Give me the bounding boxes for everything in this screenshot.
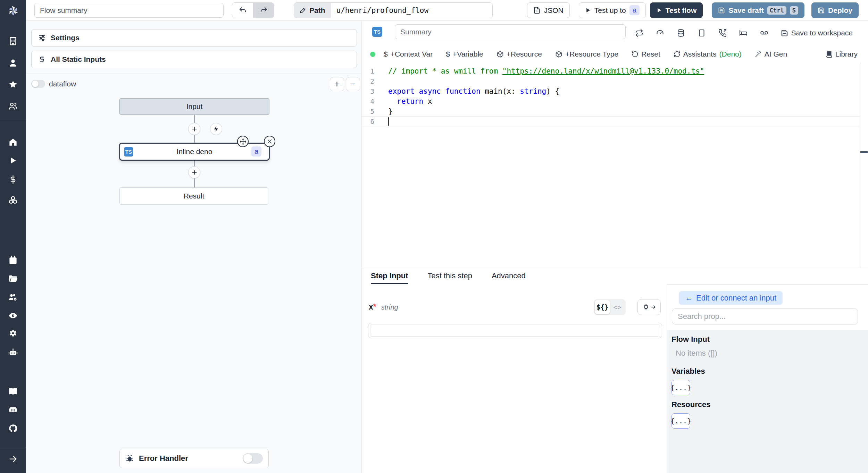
all-static-inputs-button[interactable]: All Static Inputs (31, 51, 357, 68)
flow-summary-input[interactable] (34, 3, 224, 18)
bug-icon (125, 454, 134, 463)
assistants-button[interactable]: Assistants (Deno) (674, 50, 742, 58)
add-resource-type-button[interactable]: +Resource Type (555, 50, 618, 58)
sliders-icon (38, 34, 46, 42)
trigger-zap-button[interactable] (210, 123, 222, 135)
resources-expand-button[interactable]: {...} (671, 413, 690, 429)
arrow-right-icon[interactable] (8, 454, 18, 464)
workers-icon[interactable] (8, 293, 18, 302)
database-icon[interactable] (677, 29, 685, 37)
edit-or-connect-button[interactable]: ← Edit or connect an input (679, 291, 783, 305)
save-draft-label: Save draft (728, 6, 764, 15)
save-icon (718, 7, 725, 14)
home-icon[interactable] (8, 137, 18, 147)
template-mode-button[interactable]: ${} (595, 300, 610, 314)
delete-node-button[interactable] (264, 136, 275, 147)
gauge-icon[interactable] (656, 29, 664, 37)
add-variable-button[interactable]: $ +Variable (446, 50, 483, 58)
book-open-icon[interactable] (8, 387, 18, 396)
phone-incoming-icon[interactable] (718, 29, 727, 37)
all-static-inputs-label: All Static Inputs (51, 55, 106, 64)
tab-step-input-label: Step Input (371, 271, 408, 280)
overview-cursor-marker (860, 151, 868, 153)
flow-step-node-label: Inline deno (177, 147, 212, 156)
tab-advanced[interactable]: Advanced (492, 268, 526, 284)
user-icon[interactable] (8, 58, 18, 68)
test-up-to-button[interactable]: Test up to a (579, 2, 646, 18)
path-edit-button[interactable]: Path (294, 3, 331, 18)
dollar-icon[interactable] (8, 175, 18, 184)
step-id-badge: a (629, 5, 640, 15)
undo-button[interactable] (232, 3, 253, 18)
library-button[interactable]: Library (825, 50, 858, 58)
argument-value-field[interactable] (370, 324, 660, 337)
save-draft-button[interactable]: Save draft Ctrl S (712, 2, 804, 18)
step-editor-region: TS Save to workspace $ +Context Var $ (362, 21, 868, 473)
boxes-icon[interactable] (8, 195, 18, 204)
github-icon[interactable] (8, 424, 18, 433)
play-icon[interactable] (8, 156, 18, 165)
eye-icon[interactable] (8, 311, 18, 320)
save-to-workspace-button[interactable]: Save to workspace (781, 29, 853, 37)
tab-step-input[interactable]: Step Input (371, 268, 408, 284)
tab-test-this-step-label: Test this step (428, 271, 472, 280)
building-icon[interactable] (8, 36, 18, 46)
code-editor[interactable]: 1// import * as wmill from "https://deno… (362, 62, 868, 268)
panel-divider (26, 74, 362, 74)
json-button[interactable]: JSON (527, 2, 570, 18)
square-icon[interactable] (698, 29, 706, 37)
dollar-icon: $ (384, 50, 388, 58)
path-value-input[interactable] (331, 3, 492, 18)
star-icon[interactable] (8, 80, 18, 89)
gear-icon[interactable] (8, 329, 18, 339)
connect-input-button[interactable] (637, 299, 661, 315)
pencil-icon (300, 7, 306, 14)
users-icon[interactable] (8, 101, 18, 111)
bed-icon[interactable] (739, 29, 748, 37)
ai-gen-button[interactable]: AI Gen (755, 50, 787, 58)
folder-open-icon[interactable] (8, 274, 18, 284)
voicemail-icon[interactable] (760, 29, 768, 37)
reset-label: Reset (641, 50, 660, 58)
argument-type: string (381, 303, 398, 311)
redo-button[interactable] (253, 3, 274, 18)
dataflow-toggle[interactable] (31, 80, 45, 88)
calendar-icon[interactable] (8, 255, 18, 265)
zoom-in-button[interactable]: + (330, 77, 344, 91)
tab-test-this-step[interactable]: Test this step (428, 268, 472, 284)
deploy-button[interactable]: Deploy (811, 2, 859, 18)
insert-step-button-bottom[interactable] (188, 166, 200, 178)
add-context-var-button[interactable]: $ +Context Var (384, 50, 433, 58)
insert-step-button-top[interactable] (188, 123, 200, 135)
search-prop-input[interactable] (672, 309, 858, 324)
error-handler-toggle[interactable] (243, 453, 263, 464)
move-node-button[interactable] (237, 136, 249, 147)
add-resource-type-label: +Resource Type (565, 50, 618, 58)
step-settings-icon-row: Save to workspace (635, 29, 853, 37)
file-json-icon (533, 7, 541, 14)
redo-icon (260, 6, 268, 15)
code-mode-button[interactable]: <> (610, 303, 625, 311)
variables-expand-button[interactable]: {...} (671, 380, 690, 395)
flow-input-node[interactable]: Input (119, 98, 269, 115)
discord-icon[interactable] (8, 405, 18, 415)
library-label: Library (835, 50, 858, 58)
step-summary-input[interactable] (395, 24, 626, 39)
zoom-out-button[interactable]: − (346, 77, 360, 91)
reset-button[interactable]: Reset (632, 50, 660, 58)
flow-step-node-inline-deno[interactable]: TS Inline deno a (119, 143, 270, 161)
typescript-badge: TS (124, 147, 133, 157)
dataflow-toggle-label: dataflow (49, 80, 76, 88)
add-resource-button[interactable]: +Resource (496, 50, 542, 58)
editor-overview-ruler[interactable] (860, 62, 868, 268)
error-handler-node[interactable]: Error Handler (119, 449, 269, 468)
test-flow-button[interactable]: Test flow (650, 2, 703, 18)
windmill-logo[interactable] (7, 4, 19, 17)
edit-or-connect-label: Edit or connect an input (696, 294, 776, 303)
robot-icon[interactable] (8, 348, 18, 357)
rotate-ccw-icon (632, 51, 639, 58)
flow-result-node[interactable]: Result (119, 187, 268, 205)
resources-section-title: Resources (671, 400, 868, 409)
flow-settings-button[interactable]: Settings (31, 29, 357, 47)
repeat-icon[interactable] (635, 29, 643, 37)
